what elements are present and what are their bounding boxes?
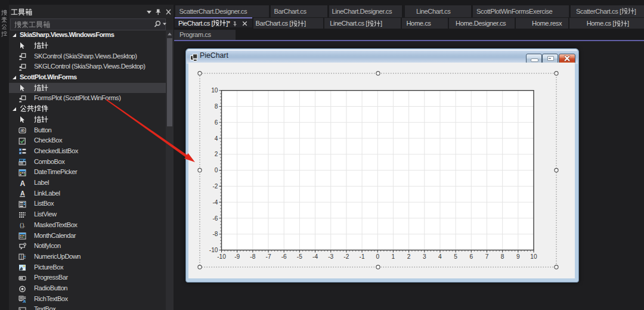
svg-text:-8: -8 [250, 253, 255, 260]
svg-text:A: A [20, 190, 25, 197]
svg-text:-9: -9 [234, 253, 240, 260]
svg-text:-8: -8 [212, 231, 218, 237]
svg-text:3: 3 [423, 253, 426, 260]
svg-text:-7: -7 [265, 253, 271, 260]
svg-text:-3: -3 [328, 253, 333, 260]
svg-text:0: 0 [376, 253, 379, 260]
svg-text:0: 0 [215, 167, 218, 173]
svg-text:1: 1 [392, 253, 395, 260]
svg-text:9: 9 [516, 253, 520, 260]
svg-text:-1: -1 [360, 253, 365, 260]
svg-text:-4: -4 [312, 253, 318, 260]
svg-text:-6: -6 [281, 253, 287, 260]
svg-text:8: 8 [501, 253, 504, 260]
svg-text:A: A [22, 299, 26, 303]
svg-text:-5: -5 [297, 253, 302, 260]
svg-text:10: 10 [530, 253, 537, 260]
svg-text:ab: ab [20, 128, 24, 132]
svg-text:6: 6 [469, 253, 473, 260]
svg-text:2: 2 [407, 253, 411, 260]
svg-text:10: 10 [211, 87, 218, 94]
svg-text:-2: -2 [343, 253, 349, 260]
svg-text:2: 2 [215, 151, 218, 157]
svg-text:4: 4 [215, 135, 218, 142]
svg-text:5: 5 [454, 253, 457, 260]
svg-text:6: 6 [215, 119, 218, 126]
svg-text:-4: -4 [212, 199, 218, 206]
svg-text:-10: -10 [217, 253, 226, 260]
svg-text:4: 4 [438, 253, 442, 260]
svg-text:7: 7 [485, 253, 489, 260]
svg-text:(.).: (.). [20, 222, 25, 228]
svg-text:-10: -10 [209, 247, 218, 253]
svg-text:8: 8 [215, 103, 218, 110]
svg-text:-6: -6 [212, 215, 218, 222]
svg-text:-2: -2 [212, 183, 218, 190]
svg-text:A: A [20, 179, 25, 187]
